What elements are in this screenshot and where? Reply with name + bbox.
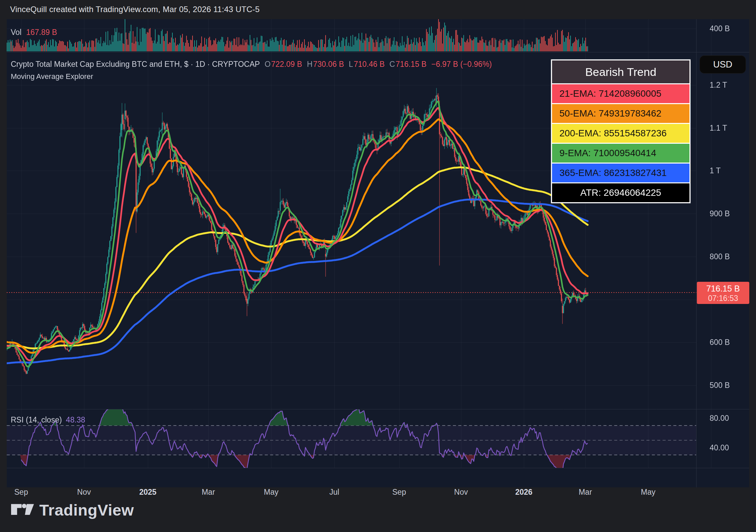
last-price-value: 716.15 B — [697, 284, 749, 294]
indicator-title[interactable]: Moving Average Explorer — [11, 72, 93, 81]
ohlc-value: 716.15 B — [396, 60, 427, 69]
currency-toggle-button[interactable]: USD — [700, 55, 746, 74]
price-tick-label: 40.00 — [710, 443, 729, 452]
last-price-badge[interactable]: 716.15 B 07:16:53 — [697, 282, 749, 304]
change-value: −6.97 B (−0.96%) — [431, 60, 492, 69]
ohlc-value: 710.46 B — [354, 60, 385, 69]
rsi-label: RSI (14, close) — [11, 415, 62, 424]
time-tick-label: May — [264, 488, 278, 497]
trend-legend-rows: 21-EMA: 71420896000550-EMA: 749319783462… — [552, 84, 689, 202]
time-tick-label: 2025 — [139, 488, 156, 497]
volume-label: Vol — [11, 28, 22, 37]
price-tick-label: 600 B — [710, 338, 730, 347]
price-tick-label: 800 B — [710, 252, 730, 261]
symbol-title[interactable]: Crypto Total Market Cap Excluding BTC an… — [11, 60, 260, 69]
price-tick-label: 1 T — [710, 166, 721, 175]
ohlc-values: O722.09 BH730.06 BL710.46 BC716.15 B — [260, 60, 426, 69]
ohlc-value: 722.09 B — [271, 60, 302, 69]
price-tick-label: 1.2 T — [710, 81, 727, 90]
trend-legend-row: 365-EMA: 862313827431 — [552, 164, 689, 182]
ohlc-key: C — [389, 60, 395, 69]
trend-legend-row: 9-EMA: 710009540414 — [552, 144, 689, 163]
chart-widget[interactable]: Vol167.89 B Crypto Total Market Cap Excl… — [7, 19, 749, 487]
trend-legend-row: 50-EMA: 749319783462 — [552, 104, 689, 123]
time-tick-label: Mar — [579, 488, 592, 497]
volume-indicator-legend[interactable]: Vol167.89 B — [11, 28, 57, 37]
trend-legend-row: 200-EMA: 855154587236 — [552, 124, 689, 143]
rsi-value: 48.38 — [66, 415, 85, 424]
tradingview-logo-text[interactable]: TradingView — [39, 501, 134, 519]
ohlc-key: O — [264, 60, 270, 69]
bar-countdown: 07:16:53 — [697, 294, 749, 303]
attribution-bar: VinceQuill created with TradingView.com,… — [0, 0, 756, 19]
rsi-indicator-legend[interactable]: RSI (14, close)48.38 — [11, 415, 85, 425]
attribution-text: VinceQuill created with TradingView.com,… — [10, 5, 260, 14]
tradingview-logo-icon[interactable] — [11, 502, 34, 518]
ohlc-key: H — [307, 60, 312, 69]
price-tick-label: 900 B — [710, 209, 730, 218]
footer: TradingView — [11, 500, 134, 520]
time-tick-label: Mar — [202, 488, 215, 497]
time-tick-label: 2026 — [515, 488, 532, 497]
price-tick-label: 1.1 T — [710, 123, 727, 132]
price-tick-label: 400 B — [710, 24, 730, 33]
ohlc-key: L — [349, 60, 353, 69]
ohlc-value: 730.06 B — [313, 60, 344, 69]
time-tick-label: Nov — [77, 488, 91, 497]
symbol-legend[interactable]: Crypto Total Market Cap Excluding BTC an… — [11, 60, 492, 69]
time-tick-label: Nov — [454, 488, 468, 497]
trend-legend-box: Bearish Trend 21-EMA: 71420896000550-EMA… — [551, 59, 690, 203]
price-tick-label: 500 B — [710, 381, 730, 390]
time-tick-label: Sep — [392, 488, 406, 497]
trend-legend-row: 21-EMA: 714208960005 — [552, 84, 689, 103]
time-tick-label: Jul — [329, 488, 339, 497]
trend-legend-row: ATR: 26946064225 — [552, 183, 689, 202]
trend-legend-title: Bearish Trend — [552, 60, 689, 83]
time-tick-label: Sep — [14, 488, 28, 497]
time-tick-label: May — [641, 488, 655, 497]
volume-value: 167.89 B — [26, 28, 57, 37]
price-tick-label: 80.00 — [710, 414, 729, 423]
